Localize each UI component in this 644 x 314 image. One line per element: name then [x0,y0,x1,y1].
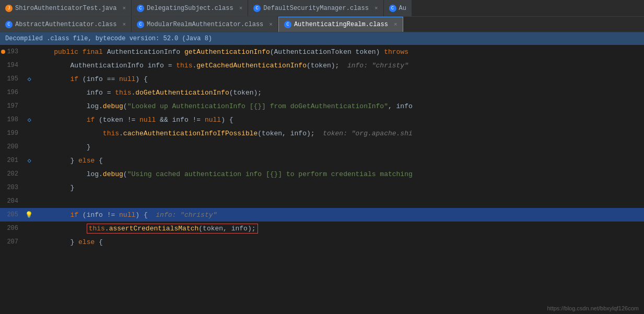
code-line-202: 202 log.debug("Using cached authenticati… [0,167,644,181]
tab-abstractauth-close[interactable]: × [122,21,126,28]
code-content-201: } else { [35,157,644,165]
code-line-204: 204 [0,194,644,208]
diamond-198: ◇ [27,116,31,124]
code-line-198: 198 ◇ if (token != null && info != null)… [0,113,644,126]
diamond-195: ◇ [27,75,31,83]
code-line-200: 200 } [0,140,644,154]
code-content-198: if (token != null && info != null) { [35,116,644,124]
code-content-207: } else { [35,238,644,246]
code-content-197: log.debug("Looked up AuthenticationInfo … [35,102,644,110]
code-line-203: 203 } [0,181,644,194]
code-line-201: 201 ◇ } else { [0,154,644,167]
tab-delegating-close[interactable]: × [239,5,243,11]
tab-shiro-label: ShiroAuthenticatorTest.java [15,5,116,12]
class-icon-4: C [5,21,13,28]
tab-bar-top: J ShiroAuthenticatorTest.java × C Delega… [0,0,644,17]
tab-defaultsecurity-label: DefaultSecurityManager.class [263,5,369,12]
code-content-206: this.assertCredentialsMatch(token, info)… [35,225,644,232]
code-content-195: if (info == null) { [35,75,644,83]
code-line-206: 206 this.assertCredentialsMatch(token, i… [0,222,644,235]
diamond-201: ◇ [27,157,31,165]
tab-modularrealm[interactable]: C ModularRealmAuthenticator.class × [132,17,278,32]
code-line-193: 193 public final AuthenticationInfo getA… [0,45,644,59]
line-num-203: 203 [0,184,24,191]
tab-au[interactable]: C Au [384,0,412,17]
code-line-207: 207 } else { [0,235,644,249]
line-num-196: 196 [0,89,24,96]
code-line-195: 195 ◇ if (info == null) { [0,72,644,86]
tab-shiro-close[interactable]: × [122,5,126,11]
line-num-201: 201 [0,157,24,164]
breakpoint-dot-193 [1,50,5,54]
code-content-199: this.cacheAuthenticationInfoIfPossible(t… [35,130,644,137]
line-num-199: 199 [0,130,24,137]
decompiled-info-text: Decompiled .class file, bytecode version… [5,35,212,42]
tab-bar-second: C AbstractAuthenticator.class × C Modula… [0,17,644,32]
class-icon: C [137,5,144,12]
gutter-198: ◇ [24,116,35,124]
code-line-205: 205 💡 if (info != null) { info: "christy… [0,208,644,222]
code-content-200: } [35,143,644,151]
tab-au-label: Au [399,5,406,12]
tab-abstractauth-label: AbstractAuthenticator.class [15,21,116,28]
code-editor: 193 public final AuthenticationInfo getA… [0,45,644,314]
line-num-205: 205 [0,211,24,218]
code-content-194: AuthenticationInfo info = this.getCached… [35,62,644,69]
line-num-200: 200 [0,143,24,150]
line-num-194: 194 [0,62,24,69]
tab-modularrealm-label: ModularRealmAuthenticator.class [147,21,263,28]
decompiled-info-bar: Decompiled .class file, bytecode version… [0,32,644,45]
gutter-195: ◇ [24,75,35,83]
java-icon: J [5,5,13,12]
code-line-197: 197 log.debug("Looked up AuthenticationI… [0,99,644,113]
tab-defaultsecurity-close[interactable]: × [374,5,378,11]
gutter-205: 💡 [24,211,35,219]
line-num-193: 193 [0,48,24,55]
tab-delegating[interactable]: C DelegatingSubject.class × [132,0,248,17]
code-content-193: public final AuthenticationInfo getAuthe… [35,48,644,56]
line-num-197: 197 [0,102,24,110]
bulb-icon-205: 💡 [25,211,33,219]
line-num-198: 198 [0,116,24,123]
tab-modularrealm-close[interactable]: × [269,21,273,28]
line-num-204: 204 [0,197,24,205]
class-icon-5: C [137,21,144,28]
tab-delegating-label: DelegatingSubject.class [147,5,233,12]
code-content-196: info = this.doGetAuthenticationInfo(toke… [35,89,644,97]
code-line-194: 194 AuthenticationInfo info = this.getCa… [0,59,644,72]
tab-abstractauth[interactable]: C AbstractAuthenticator.class × [0,17,132,32]
tab-authenticatingrealm-label: AuthenticatingRealm.class [294,21,388,28]
tab-shiro[interactable]: J ShiroAuthenticatorTest.java × [0,0,132,17]
class-icon-2: C [253,5,261,12]
line-num-207: 207 [0,238,24,246]
tab-authenticatingrealm-close[interactable]: × [394,21,397,28]
line-num-202: 202 [0,170,24,178]
code-content-202: log.debug("Using cached authentication i… [35,170,644,178]
code-line-196: 196 info = this.doGetAuthenticationInfo(… [0,86,644,99]
watermark: https://blog.csdn.net/bbxylqf126com [547,305,639,311]
code-content-205: if (info != null) { info: "christy" [35,211,644,219]
line-num-195: 195 [0,75,24,83]
class-icon-6: C [284,21,291,28]
code-line-199: 199 this.cacheAuthenticationInfoIfPossib… [0,126,644,140]
tab-defaultsecurity[interactable]: C DefaultSecurityManager.class × [248,0,383,17]
class-icon-3: C [389,5,396,12]
line-num-206: 206 [0,225,24,232]
gutter-201: ◇ [24,157,35,165]
tab-authenticatingrealm[interactable]: C AuthenticatingRealm.class × [278,17,403,32]
code-content-203: } [35,184,644,192]
